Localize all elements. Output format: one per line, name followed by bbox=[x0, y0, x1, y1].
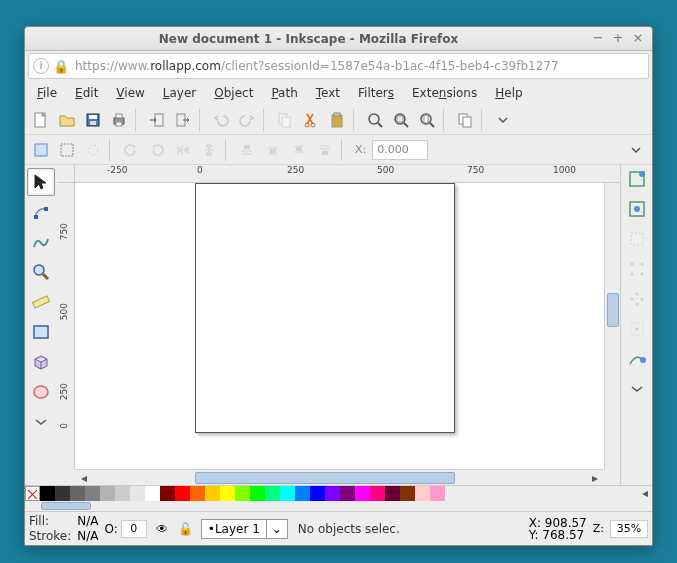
selector-tool[interactable] bbox=[27, 168, 55, 196]
layer-lock-toggle[interactable]: 🔓 bbox=[177, 522, 195, 536]
palette-swatch[interactable] bbox=[70, 486, 85, 501]
palette-swatch[interactable] bbox=[145, 486, 160, 501]
deselect-button[interactable] bbox=[81, 138, 105, 162]
horizontal-scrollbar[interactable]: ◂ ▸ bbox=[75, 469, 604, 485]
redo-button[interactable] bbox=[235, 108, 259, 132]
palette-swatch[interactable] bbox=[205, 486, 220, 501]
palette-swatch[interactable] bbox=[430, 486, 445, 501]
snap-enable-button[interactable] bbox=[625, 167, 649, 191]
menu-filters[interactable]: Filters bbox=[350, 83, 402, 103]
copy-button[interactable] bbox=[273, 108, 297, 132]
snap-nodes-button[interactable] bbox=[625, 347, 649, 371]
palette-swatch[interactable] bbox=[100, 486, 115, 501]
print-button[interactable] bbox=[107, 108, 131, 132]
palette-swatch[interactable] bbox=[190, 486, 205, 501]
menu-edit[interactable]: Edit bbox=[67, 83, 106, 103]
palette-swatch[interactable] bbox=[40, 486, 55, 501]
toolbar-overflow-button[interactable] bbox=[491, 108, 515, 132]
snap-bbox-corner-button[interactable] bbox=[625, 257, 649, 281]
toolbox-overflow[interactable] bbox=[27, 408, 55, 436]
zoom-selection-button[interactable] bbox=[363, 108, 387, 132]
measure-tool[interactable] bbox=[27, 288, 55, 316]
menu-text[interactable]: Text bbox=[308, 83, 348, 103]
menu-file[interactable]: File bbox=[29, 83, 65, 103]
hscroll-right-arrow[interactable]: ▸ bbox=[588, 472, 602, 484]
box3d-tool[interactable] bbox=[27, 348, 55, 376]
maximize-button[interactable]: + bbox=[610, 31, 626, 47]
menu-view[interactable]: View bbox=[108, 83, 152, 103]
palette-swatch[interactable] bbox=[280, 486, 295, 501]
palette-swatch[interactable] bbox=[370, 486, 385, 501]
layer-selector[interactable]: •Layer 1 ⌄ bbox=[201, 519, 288, 539]
snap-bbox-center-button[interactable] bbox=[625, 317, 649, 341]
vertical-scrollbar[interactable] bbox=[604, 183, 620, 469]
raise-button[interactable] bbox=[261, 138, 285, 162]
palette-swatch[interactable] bbox=[55, 486, 70, 501]
site-info-icon[interactable]: i bbox=[33, 58, 49, 74]
horizontal-ruler[interactable]: -250 0 250 500 750 1000 bbox=[57, 165, 620, 183]
hscroll-left-arrow[interactable]: ◂ bbox=[77, 472, 91, 484]
palette-swatch[interactable] bbox=[385, 486, 400, 501]
opacity-input[interactable] bbox=[121, 520, 147, 538]
close-window-button[interactable]: × bbox=[630, 31, 646, 47]
minimize-button[interactable]: − bbox=[590, 31, 606, 47]
palette-scrollbar[interactable] bbox=[25, 501, 652, 511]
menu-help[interactable]: Help bbox=[487, 83, 530, 103]
vertical-ruler[interactable]: 750 500 250 0 bbox=[57, 183, 75, 469]
tool-controls-overflow-button[interactable] bbox=[624, 138, 648, 162]
menu-path[interactable]: Path bbox=[263, 83, 305, 103]
canvas[interactable] bbox=[75, 183, 604, 469]
vscroll-thumb[interactable] bbox=[607, 293, 619, 327]
palette-swatch[interactable] bbox=[355, 486, 370, 501]
palette-swatch[interactable] bbox=[115, 486, 130, 501]
hscroll-thumb[interactable] bbox=[195, 472, 455, 484]
x-coord-input[interactable] bbox=[372, 140, 428, 160]
lower-button[interactable] bbox=[287, 138, 311, 162]
paste-button[interactable] bbox=[325, 108, 349, 132]
palette-swatch[interactable] bbox=[130, 486, 145, 501]
snap-panel-overflow[interactable] bbox=[625, 377, 649, 401]
flip-vertical-button[interactable] bbox=[197, 138, 221, 162]
zoom-input[interactable] bbox=[610, 520, 648, 538]
zoom-tool[interactable] bbox=[27, 258, 55, 286]
ellipse-tool[interactable] bbox=[27, 378, 55, 406]
zoom-drawing-button[interactable] bbox=[389, 108, 413, 132]
palette-none-swatch[interactable] bbox=[25, 486, 40, 501]
chevron-down-icon[interactable]: ⌄ bbox=[267, 519, 288, 539]
palette-swatch[interactable] bbox=[220, 486, 235, 501]
rectangle-tool[interactable] bbox=[27, 318, 55, 346]
select-all-button[interactable] bbox=[55, 138, 79, 162]
export-button[interactable] bbox=[171, 108, 195, 132]
palette-swatch[interactable] bbox=[415, 486, 430, 501]
new-document-button[interactable] bbox=[29, 108, 53, 132]
palette-swatch[interactable] bbox=[310, 486, 325, 501]
layer-visibility-toggle[interactable]: 👁 bbox=[153, 522, 171, 536]
tweak-tool[interactable] bbox=[27, 228, 55, 256]
cut-button[interactable] bbox=[299, 108, 323, 132]
undo-button[interactable] bbox=[209, 108, 233, 132]
import-button[interactable] bbox=[145, 108, 169, 132]
palette-menu-button[interactable]: ◂ bbox=[638, 486, 652, 501]
palette-swatch[interactable] bbox=[235, 486, 250, 501]
menu-extensions[interactable]: Extensions bbox=[404, 83, 485, 103]
menu-layer[interactable]: Layer bbox=[155, 83, 204, 103]
node-tool[interactable] bbox=[27, 198, 55, 226]
fill-stroke-indicator[interactable]: Fill: Stroke: bbox=[29, 514, 71, 543]
raise-top-button[interactable] bbox=[235, 138, 259, 162]
palette-swatch[interactable] bbox=[295, 486, 310, 501]
rotate-ccw-button[interactable] bbox=[119, 138, 143, 162]
palette-swatch[interactable] bbox=[250, 486, 265, 501]
palette-swatch[interactable] bbox=[325, 486, 340, 501]
lower-bottom-button[interactable] bbox=[313, 138, 337, 162]
snap-bbox-midpoint-button[interactable] bbox=[625, 287, 649, 311]
open-button[interactable] bbox=[55, 108, 79, 132]
palette-swatch[interactable] bbox=[160, 486, 175, 501]
select-all-layers-button[interactable] bbox=[29, 138, 53, 162]
rotate-cw-button[interactable] bbox=[145, 138, 169, 162]
palette-swatch[interactable] bbox=[265, 486, 280, 501]
palette-swatch[interactable] bbox=[85, 486, 100, 501]
snap-bbox-edge-button[interactable] bbox=[625, 227, 649, 251]
duplicate-button[interactable] bbox=[453, 108, 477, 132]
menu-object[interactable]: Object bbox=[206, 83, 261, 103]
zoom-page-button[interactable] bbox=[415, 108, 439, 132]
